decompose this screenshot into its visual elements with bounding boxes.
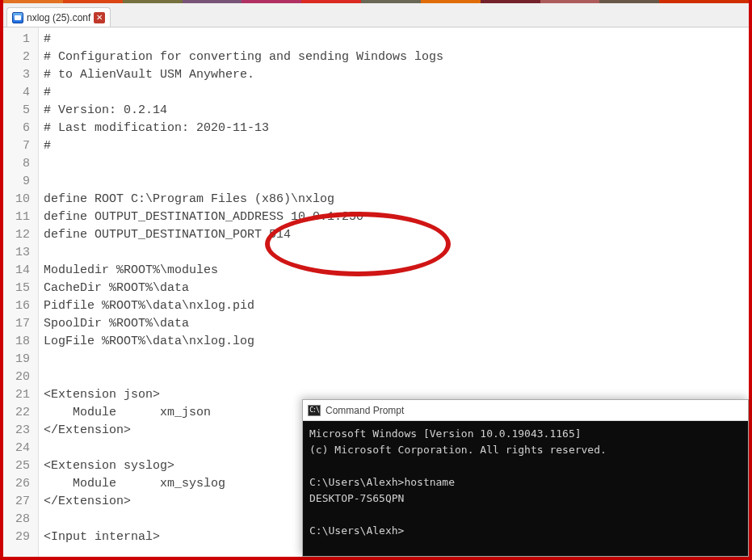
line-number: 10: [3, 191, 30, 208]
line-number: 17: [3, 315, 30, 333]
code-line[interactable]: #: [44, 137, 749, 155]
line-number: 24: [3, 440, 30, 457]
line-number: 20: [3, 368, 30, 386]
line-number: 9: [3, 173, 30, 191]
close-icon[interactable]: ✕: [94, 12, 105, 23]
line-number: 12: [3, 226, 30, 244]
code-line[interactable]: define OUTPUT_DESTINATION_PORT 514: [44, 226, 749, 244]
line-number: 3: [3, 66, 30, 84]
line-number: 4: [3, 84, 30, 102]
line-number: 1: [3, 31, 30, 48]
line-number: 28: [3, 511, 30, 528]
code-line[interactable]: # to AlienVault USM Anywhere.: [44, 66, 749, 84]
line-number: 19: [3, 351, 30, 368]
line-number: 8: [3, 155, 30, 173]
line-number: 21: [3, 386, 30, 404]
code-line[interactable]: SpoolDir %ROOT%\data: [44, 315, 749, 333]
code-line[interactable]: CacheDir %ROOT%\data: [44, 280, 749, 297]
line-number: 16: [3, 297, 30, 315]
code-line[interactable]: [44, 173, 749, 191]
code-line[interactable]: # Version: 0.2.14: [44, 102, 749, 120]
code-line[interactable]: [44, 155, 749, 173]
line-number: 18: [3, 333, 30, 351]
code-line[interactable]: LogFile %ROOT%\data\nxlog.log: [44, 333, 749, 351]
line-number: 5: [3, 102, 30, 120]
line-number: 6: [3, 120, 30, 137]
command-prompt-window[interactable]: C:\ Command Prompt Microsoft Windows [Ve…: [302, 399, 749, 557]
line-number: 22: [3, 404, 30, 422]
code-line[interactable]: Pidfile %ROOT%\data\nxlog.pid: [44, 297, 749, 315]
editor-tab[interactable]: nxlog (25).conf ✕: [6, 7, 111, 27]
file-icon: [12, 12, 23, 23]
code-line[interactable]: # Last modification: 2020-11-13: [44, 120, 749, 137]
editor-pane: 1234567891011121314151617181920212223242…: [3, 27, 749, 557]
line-number: 11: [3, 208, 30, 226]
line-number: 25: [3, 457, 30, 475]
tab-bar: nxlog (25).conf ✕: [3, 3, 749, 27]
code-line[interactable]: define ROOT C:\Program Files (x86)\nxlog: [44, 191, 749, 208]
code-line[interactable]: define OUTPUT_DESTINATION_ADDRESS 10.0.1…: [44, 208, 749, 226]
code-line[interactable]: Moduledir %ROOT%\modules: [44, 262, 749, 280]
line-number: 26: [3, 475, 30, 493]
line-number: 7: [3, 137, 30, 155]
cmd-icon: C:\: [308, 405, 321, 416]
line-number: 23: [3, 422, 30, 440]
code-line[interactable]: [44, 244, 749, 262]
terminal-titlebar[interactable]: C:\ Command Prompt: [303, 400, 748, 421]
terminal-title: Command Prompt: [326, 402, 404, 419]
line-number-gutter: 1234567891011121314151617181920212223242…: [3, 27, 39, 557]
code-line[interactable]: [44, 351, 749, 368]
tab-filename: nxlog (25).conf: [27, 12, 90, 23]
code-line[interactable]: #: [44, 31, 749, 48]
terminal-body[interactable]: Microsoft Windows [Version 10.0.19043.11…: [303, 421, 748, 556]
line-number: 13: [3, 244, 30, 262]
line-number: 2: [3, 48, 30, 66]
line-number: 27: [3, 493, 30, 511]
line-number: 29: [3, 528, 30, 546]
screenshot-frame: nxlog (25).conf ✕ 1234567891011121314151…: [0, 0, 752, 560]
line-number: 14: [3, 262, 30, 280]
code-line[interactable]: #: [44, 84, 749, 102]
line-number: 15: [3, 280, 30, 297]
code-line[interactable]: [44, 368, 749, 386]
code-line[interactable]: # Configuration for converting and sendi…: [44, 48, 749, 66]
